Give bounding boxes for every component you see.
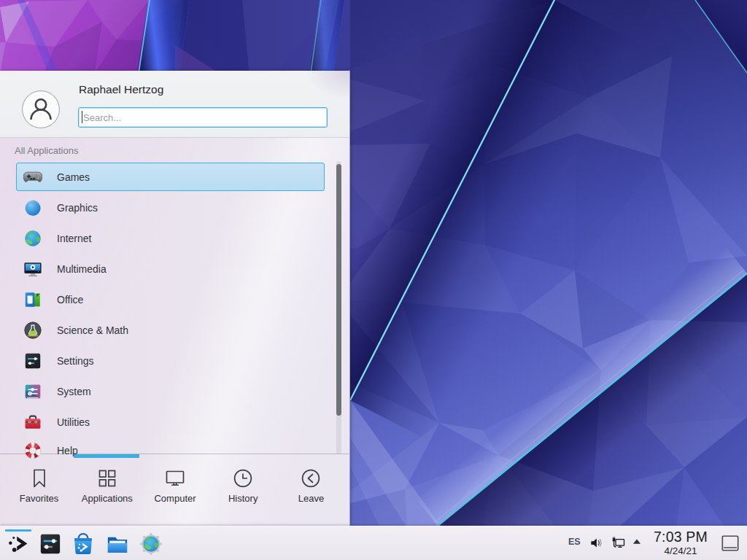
category-label: System [57, 386, 91, 397]
tab-favorites[interactable]: Favorites [5, 463, 73, 514]
category-label: Utilities [57, 416, 90, 428]
network-icon[interactable] [611, 536, 626, 551]
tab-label: History [228, 493, 258, 504]
category-label: Science & Math [57, 324, 128, 336]
show-desktop-button[interactable] [721, 533, 740, 553]
favorites-icon [29, 468, 50, 489]
office-icon [23, 290, 42, 309]
category-row-games[interactable]: Games [16, 163, 325, 191]
search-input[interactable] [78, 107, 328, 128]
category-row-utilities[interactable]: Utilities [16, 408, 325, 436]
tab-label: Favorites [20, 493, 58, 504]
category-label: Multimedia [57, 263, 107, 275]
category-label: Games [57, 171, 90, 183]
tab-label: Leave [298, 493, 324, 504]
tab-label: Computer [154, 493, 196, 504]
applications-icon [97, 468, 117, 489]
clock-time: 7:03 PM [642, 529, 719, 545]
internet-icon [23, 229, 42, 248]
launcher-header: Raphael Hertzog [0, 71, 349, 138]
multimedia-icon [23, 260, 42, 279]
category-row-internet[interactable]: Internet [16, 224, 325, 252]
category-label: Help [57, 445, 78, 456]
section-label: All Applications [15, 145, 78, 156]
category-row-system[interactable]: System [16, 377, 325, 405]
utilities-icon [23, 413, 42, 432]
tab-computer[interactable]: Computer [141, 463, 209, 514]
launcher-tab-bar: FavoritesApplicationsComputerHistoryLeav… [5, 463, 345, 514]
category-row-help[interactable]: Help [16, 436, 325, 464]
user-avatar-icon[interactable] [22, 90, 60, 128]
category-label: Office [57, 294, 83, 306]
clock-date: 4/24/21 [642, 545, 719, 556]
category-row-settings[interactable]: Settings [16, 346, 325, 375]
digital-clock[interactable]: 7:03 PM 4/24/21 [642, 529, 719, 556]
settings-icon [23, 351, 42, 370]
leave-icon [301, 468, 321, 489]
history-icon [233, 468, 253, 489]
games-icon [23, 168, 42, 187]
help-icon [23, 441, 42, 460]
science-icon [23, 321, 42, 340]
category-row-office[interactable]: Office [16, 285, 325, 314]
taskbar-panel: ES 7:03 PM 4/24/21 [0, 526, 747, 560]
category-list: GamesGraphicsInternetMultimediaOfficeSci… [0, 158, 349, 454]
expand-tray-caret-icon[interactable] [631, 537, 643, 548]
tab-history[interactable]: History [209, 463, 277, 514]
category-row-graphics[interactable]: Graphics [16, 193, 325, 222]
application-launcher: Raphael Hertzog All Applications GamesGr… [0, 71, 350, 526]
category-label: Graphics [57, 202, 98, 214]
category-row-multimedia[interactable]: Multimedia [16, 254, 325, 283]
tab-leave[interactable]: Leave [277, 463, 345, 514]
tab-applications[interactable]: Applications [73, 463, 141, 514]
graphics-icon [23, 198, 42, 217]
system-tray: ES 7:03 PM 4/24/21 [0, 526, 747, 560]
user-name: Raphael Hertzog [79, 83, 163, 96]
category-row-science-math[interactable]: Science & Math [16, 316, 325, 344]
keyboard-layout-indicator[interactable]: ES [568, 537, 590, 547]
text-cursor [82, 111, 82, 123]
category-label: Internet [57, 233, 91, 244]
category-label: Settings [57, 355, 94, 367]
system-icon [23, 382, 42, 401]
tab-label: Applications [82, 493, 133, 504]
volume-icon[interactable] [589, 536, 603, 550]
computer-icon [165, 468, 185, 489]
